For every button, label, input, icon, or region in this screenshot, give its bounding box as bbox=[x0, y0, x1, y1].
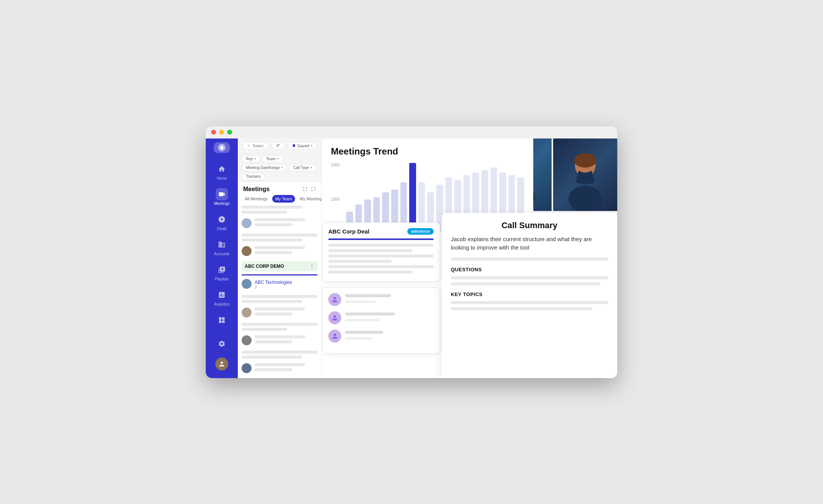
meetings-title: Meetings bbox=[243, 186, 269, 193]
search-input[interactable] bbox=[253, 143, 264, 148]
deal-skeleton-4 bbox=[328, 260, 434, 263]
saved-filter-btn[interactable]: Saved ▾ bbox=[288, 142, 317, 150]
meetings-list: ABC CORP DEMO ABC Technologies 3 bbox=[238, 206, 321, 378]
settings-icon-wrap bbox=[216, 338, 228, 350]
sidebar-item-home[interactable]: Home bbox=[206, 159, 238, 184]
participant-name-skeleton bbox=[345, 294, 391, 297]
sidebar-item-meetings[interactable]: Meetings bbox=[206, 184, 238, 209]
participant-avatar-1 bbox=[328, 293, 341, 306]
grid-icon bbox=[218, 316, 226, 324]
chart-y-labels: 2000 1000 bbox=[331, 163, 339, 232]
list-item[interactable] bbox=[242, 246, 318, 256]
list-item[interactable] bbox=[242, 218, 318, 228]
abc-tech-count: 3 bbox=[255, 285, 257, 290]
svg-point-7 bbox=[574, 153, 596, 167]
list-item[interactable]: ABC Technologies 3 bbox=[242, 279, 318, 290]
deal-skeleton-3 bbox=[328, 254, 434, 258]
participants-card bbox=[322, 287, 440, 354]
tab-all-meetings[interactable]: All Meetings bbox=[242, 195, 271, 203]
sidebar-item-accounts[interactable]: Accounts bbox=[206, 235, 238, 260]
search-input-wrap[interactable] bbox=[242, 142, 269, 150]
daterange-label: Meeting DateRange bbox=[246, 166, 280, 170]
home-icon bbox=[218, 165, 226, 173]
list-item[interactable] bbox=[242, 206, 318, 214]
minimize-button[interactable] bbox=[219, 130, 224, 135]
sidebar-item-label-accounts: Accounts bbox=[214, 252, 229, 256]
highlighted-meeting-title: ABC CORP DEMO bbox=[245, 264, 284, 269]
sidebar-item-deals[interactable]: Deals bbox=[206, 209, 238, 235]
sidebar-item-playlists[interactable]: Playlists bbox=[206, 260, 238, 285]
deal-skeleton-6 bbox=[328, 271, 434, 274]
call-summary-title: Call Summary bbox=[451, 221, 608, 230]
search-icon bbox=[247, 143, 250, 148]
participant-icon-3 bbox=[331, 332, 339, 340]
daterange-filter-btn[interactable]: Meeting DateRange ▾ bbox=[242, 164, 287, 171]
sidebar-item-grid[interactable] bbox=[215, 310, 228, 330]
filter-icon-btn[interactable] bbox=[272, 142, 285, 150]
participant-role-skeleton-2 bbox=[345, 319, 379, 321]
list-item[interactable] bbox=[242, 308, 318, 317]
avatar bbox=[242, 279, 252, 289]
filter-row: Rep ▾ Team ▾ Meeting DateRange ▾ Call Ty… bbox=[238, 154, 321, 182]
calltype-filter-btn[interactable]: Call Type ▾ bbox=[289, 164, 317, 171]
participant-icon-1 bbox=[331, 296, 339, 303]
list-item[interactable] bbox=[242, 351, 318, 359]
list-item[interactable] bbox=[242, 363, 318, 373]
y-label-1000: 1000 bbox=[331, 197, 339, 201]
abc-tech-link[interactable]: ABC Technologies bbox=[255, 280, 292, 285]
list-item[interactable] bbox=[242, 323, 318, 331]
analytics-icon-wrap bbox=[216, 289, 228, 301]
trend-title: Meetings Trend bbox=[331, 146, 524, 157]
deal-skeleton-1 bbox=[328, 244, 434, 247]
maximize-button[interactable] bbox=[227, 130, 232, 135]
expand-icon[interactable] bbox=[302, 187, 308, 192]
participant-avatar-2 bbox=[328, 311, 341, 324]
grid-icon-wrap bbox=[216, 314, 228, 326]
meetings-panel: Saved ▾ Rep ▾ Team ▾ Meeting DateRange ▾ bbox=[238, 138, 322, 378]
logo-icon bbox=[217, 143, 226, 152]
participant-row-2 bbox=[328, 311, 434, 324]
list-item[interactable] bbox=[242, 233, 318, 242]
team-filter-btn[interactable]: Team ▾ bbox=[262, 155, 283, 163]
list-item[interactable] bbox=[242, 295, 318, 303]
list-item[interactable] bbox=[242, 335, 318, 345]
avatar bbox=[242, 335, 252, 345]
rep-filter-btn[interactable]: Rep ▾ bbox=[242, 155, 260, 163]
cs-kt-line-2 bbox=[451, 307, 592, 310]
video-thumb-2 bbox=[553, 138, 617, 211]
tab-my-team[interactable]: My Team bbox=[272, 195, 295, 203]
sidebar-bottom bbox=[215, 310, 228, 374]
highlighted-meeting-item[interactable]: ABC CORP DEMO bbox=[242, 261, 318, 271]
participant-info-3 bbox=[345, 331, 383, 341]
sidebar-item-label-analytics: Analytics bbox=[214, 302, 229, 306]
more-icon[interactable] bbox=[309, 264, 315, 269]
search-bar: Saved ▾ bbox=[238, 138, 321, 154]
fullscreen-icon[interactable] bbox=[311, 187, 316, 192]
deal-card[interactable]: ABC Corp Deal salesforce bbox=[322, 222, 440, 282]
cs-q-line-2 bbox=[451, 282, 600, 285]
participant-name-skeleton-3 bbox=[345, 331, 383, 334]
sidebar-item-label-meetings: Meetings bbox=[214, 201, 230, 206]
close-button[interactable] bbox=[211, 130, 216, 135]
trackers-filter-btn[interactable]: Trackers bbox=[242, 173, 265, 180]
cs-key-topics-title: KEY TOPICS bbox=[451, 291, 608, 297]
saved-label: Saved bbox=[297, 143, 309, 148]
avatar bbox=[242, 246, 252, 256]
participant-role-skeleton bbox=[345, 301, 376, 303]
avatar bbox=[242, 218, 252, 228]
user-avatar[interactable] bbox=[215, 357, 228, 370]
accounts-icon bbox=[218, 241, 226, 248]
person-silhouette-2 bbox=[560, 146, 611, 211]
sidebar-item-label-deals: Deals bbox=[217, 227, 227, 231]
svg-point-8 bbox=[568, 185, 602, 211]
playlists-icon-wrap bbox=[216, 264, 228, 276]
sidebar-item-analytics[interactable]: Analytics bbox=[206, 285, 238, 310]
cs-kt-line-1 bbox=[451, 301, 608, 304]
sidebar-item-label-playlists: Playlists bbox=[215, 277, 229, 281]
avatar bbox=[242, 363, 252, 373]
saved-arrow: ▾ bbox=[311, 144, 313, 148]
main-content: Meetings Trend 2000 1000 Jan 1 bbox=[322, 138, 617, 378]
participant-info-2 bbox=[345, 312, 395, 323]
call-summary-text: Jacob explains their current structure a… bbox=[451, 235, 608, 252]
sidebar-item-settings[interactable] bbox=[215, 334, 228, 354]
